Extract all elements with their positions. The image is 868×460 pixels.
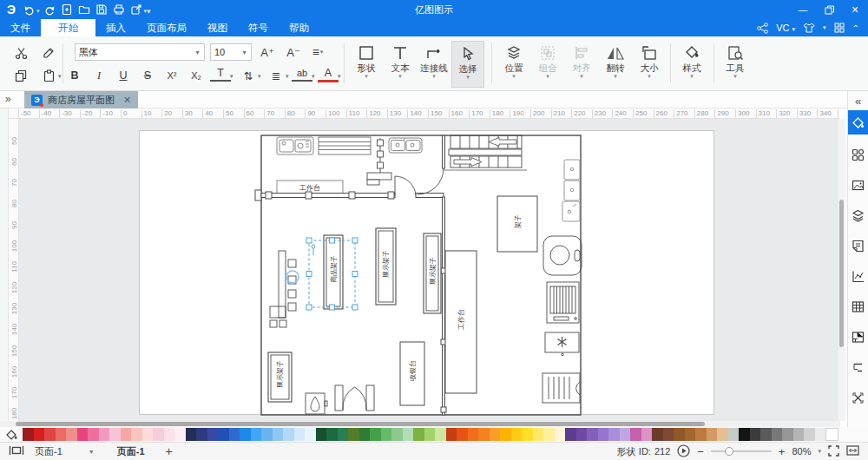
- sink-stove-unit[interactable]: [277, 137, 313, 154]
- staircase[interactable]: [444, 135, 527, 170]
- color-swatch[interactable]: [251, 428, 262, 441]
- color-swatch[interactable]: [164, 428, 175, 441]
- shapes-button[interactable]: 形状▾: [350, 41, 383, 88]
- horizontal-scrollbar[interactable]: [0, 421, 840, 427]
- color-swatch[interactable]: [403, 428, 414, 441]
- grow-font-button[interactable]: A⁺: [257, 43, 278, 62]
- menu-item-5[interactable]: 符号: [238, 19, 279, 36]
- color-swatch[interactable]: [381, 428, 392, 441]
- document-page[interactable]: 工作台 商品架子 展示架子 展示架子 展示架子 架子 工作台 收银台: [139, 130, 714, 415]
- color-swatch[interactable]: [652, 428, 663, 441]
- image-panel-icon[interactable]: [848, 172, 868, 198]
- color-swatch[interactable]: [174, 428, 186, 441]
- italic-button[interactable]: I: [89, 66, 109, 85]
- menu-item-1[interactable]: 开始: [41, 19, 95, 36]
- color-swatch[interactable]: [359, 428, 371, 441]
- vertical-scrollbar[interactable]: [838, 119, 845, 421]
- color-swatch[interactable]: [23, 428, 34, 441]
- color-swatch[interactable]: [793, 428, 805, 441]
- color-swatch[interactable]: [555, 428, 566, 441]
- add-page-button[interactable]: +: [166, 444, 173, 458]
- color-swatch[interactable]: [728, 428, 740, 441]
- color-swatch[interactable]: [608, 428, 620, 441]
- fit-width-icon[interactable]: [846, 445, 859, 457]
- page-tab-active[interactable]: 页面-1: [117, 445, 145, 458]
- color-swatch[interactable]: [294, 428, 306, 441]
- tab-list-expander-icon[interactable]: »: [5, 93, 10, 105]
- strikethrough-button[interactable]: S: [137, 66, 158, 85]
- text-tool-button[interactable]: 文本▾: [384, 41, 417, 88]
- apps-grid-icon[interactable]: [834, 23, 845, 33]
- font-size-select[interactable]: 10▼: [210, 43, 252, 61]
- shrink-font-button[interactable]: A⁻: [283, 43, 304, 62]
- color-swatch[interactable]: [142, 428, 154, 441]
- color-swatch[interactable]: [630, 428, 641, 441]
- subscript-button[interactable]: X₂: [186, 66, 207, 85]
- close-button[interactable]: ×: [842, 0, 868, 19]
- color-swatch[interactable]: [772, 428, 783, 441]
- color-swatch[interactable]: [316, 428, 327, 441]
- color-swatch[interactable]: [760, 428, 772, 441]
- zoom-caret[interactable]: ▾: [818, 448, 821, 455]
- color-swatch[interactable]: [240, 428, 251, 441]
- color-swatch[interactable]: [391, 428, 403, 441]
- color-swatch[interactable]: [587, 428, 598, 441]
- color-swatch[interactable]: [565, 428, 576, 441]
- highlight-caret[interactable]: ▾: [312, 73, 315, 80]
- color-swatch[interactable]: [685, 428, 696, 441]
- drawing-canvas[interactable]: 工作台 商品架子 展示架子 展示架子 展示架子 架子 工作台 收银台: [19, 119, 840, 421]
- open-file-icon[interactable]: [76, 2, 93, 17]
- color-swatch[interactable]: [815, 428, 826, 441]
- menu-item-4[interactable]: 视图: [197, 19, 238, 36]
- select-tool-button[interactable]: 选择▾: [451, 41, 484, 88]
- copy-button[interactable]: [10, 66, 31, 85]
- collaborate-icon[interactable]: [757, 23, 768, 34]
- l-counter[interactable]: [270, 251, 296, 327]
- color-swatch[interactable]: [500, 428, 511, 441]
- menu-item-3[interactable]: 页面布局: [136, 19, 197, 36]
- color-swatch[interactable]: [99, 428, 110, 441]
- color-swatch[interactable]: [88, 428, 99, 441]
- user-badge[interactable]: VC ▾: [776, 23, 795, 33]
- symbol-library-panel-icon[interactable]: [848, 141, 868, 168]
- paste-button[interactable]: [38, 66, 59, 85]
- paste-caret[interactable]: ▾: [58, 73, 62, 80]
- color-swatch[interactable]: [511, 428, 523, 441]
- font-color-button[interactable]: A: [318, 66, 339, 82]
- zoom-in-button[interactable]: +: [779, 445, 786, 458]
- tools-button[interactable]: 工具▾: [719, 41, 752, 88]
- color-swatch[interactable]: [424, 428, 436, 441]
- notes-panel-icon[interactable]: [848, 233, 868, 259]
- color-swatch[interactable]: [446, 428, 457, 441]
- theme-caret[interactable]: ▾: [823, 24, 826, 31]
- style-button[interactable]: 样式▾: [675, 41, 708, 88]
- color-swatch[interactable]: [109, 428, 121, 441]
- rotation-handle[interactable]: [312, 245, 315, 255]
- color-swatch[interactable]: [522, 428, 533, 441]
- interior-wall-horizontal[interactable]: [261, 192, 444, 199]
- color-swatch[interactable]: [186, 428, 197, 441]
- color-swatch[interactable]: [576, 428, 588, 441]
- font-color-caret[interactable]: ▾: [338, 73, 341, 80]
- panel-collapse-icon[interactable]: «: [848, 91, 868, 110]
- floorplan-panel-icon[interactable]: [848, 324, 868, 350]
- color-swatch[interactable]: [44, 428, 56, 441]
- washing-machine[interactable]: [543, 236, 582, 275]
- quick-access-more-icon[interactable]: ▾: [147, 7, 151, 16]
- fullscreen-icon[interactable]: [828, 445, 839, 458]
- color-swatch[interactable]: [435, 428, 446, 441]
- color-swatch[interactable]: [283, 428, 294, 441]
- zoom-slider[interactable]: [711, 450, 772, 452]
- color-swatch[interactable]: [121, 428, 132, 441]
- flip-button[interactable]: 翻转▾: [599, 41, 632, 88]
- print-icon[interactable]: [110, 2, 128, 17]
- color-swatch[interactable]: [707, 428, 718, 441]
- text-case-button[interactable]: T: [210, 66, 231, 82]
- bullet-list-button[interactable]: ≣: [266, 66, 286, 85]
- presentation-icon[interactable]: [677, 444, 690, 459]
- color-swatch[interactable]: [370, 428, 381, 441]
- layers-panel-icon[interactable]: [848, 202, 868, 228]
- color-swatch[interactable]: [77, 428, 89, 441]
- underline-button[interactable]: U: [113, 66, 134, 85]
- share-icon[interactable]: [128, 2, 145, 17]
